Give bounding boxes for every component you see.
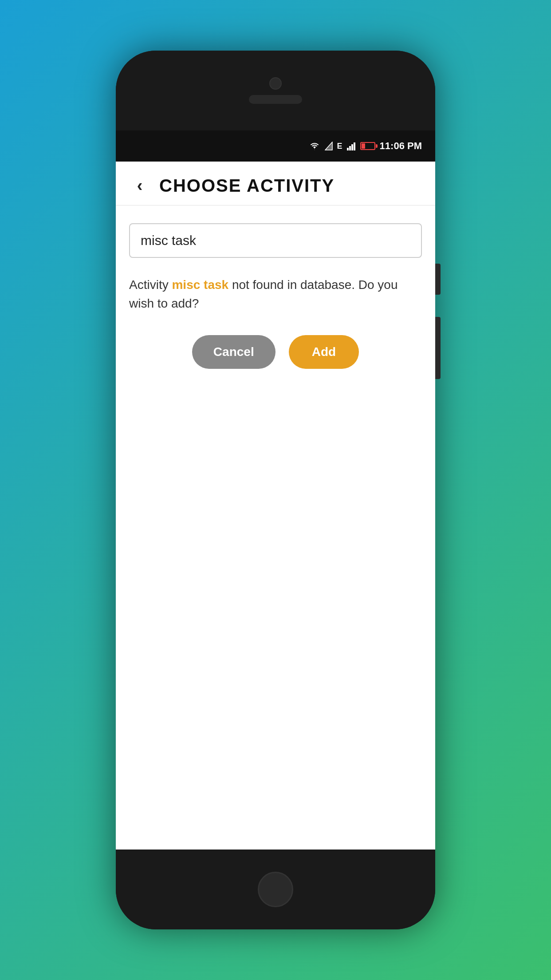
- battery-icon: [360, 142, 375, 150]
- status-bar: E 11:06 PM: [116, 130, 435, 162]
- message-prefix: Activity: [129, 278, 172, 292]
- not-found-message: Activity misc task not found in database…: [129, 276, 422, 313]
- data-type-icon: E: [337, 142, 342, 151]
- back-chevron-icon: ‹: [137, 177, 143, 194]
- signal-bars-icon: [347, 142, 356, 150]
- svg-rect-5: [354, 142, 355, 150]
- camera: [269, 77, 282, 90]
- svg-rect-2: [347, 148, 349, 150]
- action-buttons: Cancel Add: [129, 335, 422, 369]
- speaker: [249, 95, 302, 104]
- power-button: [435, 264, 441, 295]
- cancel-button[interactable]: Cancel: [192, 335, 276, 369]
- volume-button: [435, 317, 441, 379]
- search-input-wrapper: [129, 223, 422, 258]
- clock: 11:06 PM: [380, 140, 422, 152]
- bottom-bezel: [116, 850, 435, 929]
- wifi-icon: [309, 142, 320, 150]
- svg-rect-3: [349, 146, 351, 150]
- search-input[interactable]: [141, 233, 410, 248]
- app-header: ‹ CHOOSE ACTIVITY: [116, 162, 435, 205]
- signal-triangle-icon: [325, 142, 333, 150]
- svg-rect-4: [351, 144, 353, 150]
- phone-frame: E 11:06 PM ‹ CHOOSE: [116, 51, 435, 929]
- page-title: CHOOSE ACTIVITY: [159, 176, 335, 196]
- add-button[interactable]: Add: [289, 335, 359, 369]
- app-content: Activity misc task not found in database…: [116, 205, 435, 850]
- back-button[interactable]: ‹: [129, 175, 150, 196]
- message-highlight: misc task: [172, 278, 228, 292]
- screen: ‹ CHOOSE ACTIVITY Activity misc task not…: [116, 162, 435, 850]
- home-button[interactable]: [258, 872, 293, 907]
- top-bezel: [116, 51, 435, 130]
